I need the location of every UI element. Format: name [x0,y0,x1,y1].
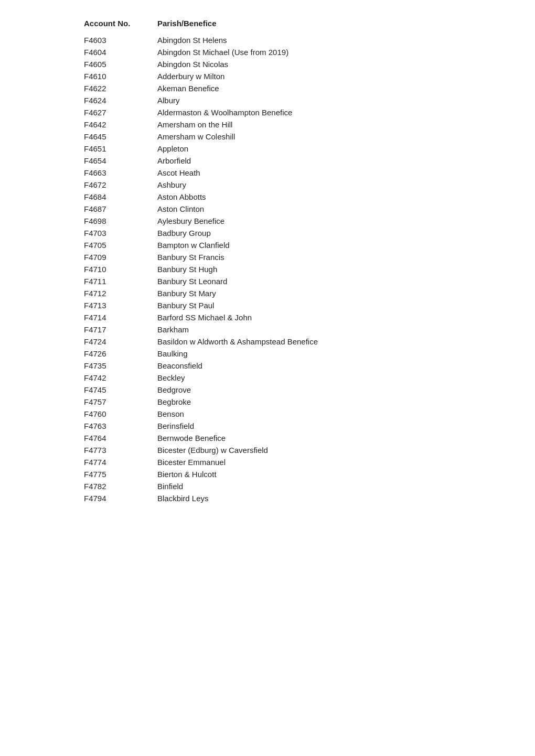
account-number: F4604 [84,48,157,57]
parish-name: Berinsfield [157,422,451,430]
table-row: F4687Aston Clinton [84,203,451,215]
parish-name: Basildon w Aldworth & Ashampstead Benefi… [157,337,451,346]
table-row: F4663Ascot Heath [84,167,451,179]
table-row: F4774Bicester Emmanuel [84,456,451,468]
table-row: F4773Bicester (Edburg) w Caversfield [84,444,451,456]
parish-name: Abingdon St Nicolas [157,60,451,69]
account-number: F4763 [84,422,157,430]
table-row: F4624Albury [84,94,451,106]
table-row: F4757Begbroke [84,396,451,408]
parish-name: Aylesbury Benefice [157,217,451,225]
account-number: F4627 [84,108,157,117]
parish-column-header: Parish/Benefice [157,19,451,28]
account-number: F4651 [84,144,157,153]
account-number: F4714 [84,313,157,322]
parish-name: Aston Clinton [157,204,451,213]
table-row: F4726Baulking [84,348,451,360]
table-row: F4709Banbury St Francis [84,251,451,263]
account-number: F4773 [84,446,157,455]
account-number: F4794 [84,494,157,503]
table-row: F4735Beaconsfield [84,360,451,372]
account-number: F4711 [84,277,157,286]
table-row: F4711Banbury St Leonard [84,275,451,287]
account-number: F4774 [84,458,157,467]
table-row: F4645Amersham w Coleshill [84,131,451,143]
parish-name: Banbury St Mary [157,289,451,298]
table-row: F4604Abingdon St Michael (Use from 2019) [84,46,451,58]
table-row: F4705Bampton w Clanfield [84,239,451,251]
account-number: F4705 [84,241,157,250]
account-number: F4757 [84,397,157,406]
table-row: F4622Akeman Benefice [84,82,451,94]
parish-name: Bicester Emmanuel [157,458,451,467]
table-row: F4782Binfield [84,480,451,492]
table-row: F4713Banbury St Paul [84,299,451,311]
account-number: F4672 [84,180,157,189]
account-number: F4663 [84,168,157,177]
parish-name: Banbury St Hugh [157,265,451,274]
parish-name: Abingdon St Michael (Use from 2019) [157,48,451,57]
account-number: F4735 [84,361,157,370]
parish-name: Albury [157,96,451,105]
table-row: F4603Abingdon St Helens [84,34,451,46]
table-row: F4642Amersham on the Hill [84,118,451,131]
table-row: F4745Bedgrove [84,384,451,396]
table-row: F4703Badbury Group [84,227,451,239]
account-number: F4684 [84,192,157,201]
account-number: F4709 [84,253,157,262]
table-row: F4764Bernwode Benefice [84,432,451,444]
account-number: F4703 [84,229,157,237]
account-number: F4710 [84,265,157,274]
account-number: F4742 [84,373,157,382]
parish-name: Bierton & Hulcott [157,470,451,479]
parish-name: Barford SS Michael & John [157,313,451,322]
parish-name: Banbury St Francis [157,253,451,262]
account-number: F4775 [84,470,157,479]
parish-name: Badbury Group [157,229,451,237]
parish-name: Amersham on the Hill [157,120,451,129]
parish-name: Akeman Benefice [157,84,451,93]
parish-name: Beaconsfield [157,361,451,370]
table-row: F4712Banbury St Mary [84,287,451,299]
parish-name: Aldermaston & Woolhampton Benefice [157,108,451,117]
parish-name: Blackbird Leys [157,494,451,503]
parish-name: Banbury St Leonard [157,277,451,286]
table-row: F4775Bierton & Hulcott [84,468,451,480]
parish-name: Barkham [157,325,451,334]
account-number: F4642 [84,120,157,129]
parish-name: Begbroke [157,397,451,406]
parish-name: Benson [157,409,451,418]
account-number: F4603 [84,36,157,45]
account-number: F4654 [84,156,157,165]
account-number: F4745 [84,385,157,394]
table-row: F4651Appleton [84,143,451,155]
table-row: F4672Ashbury [84,179,451,191]
account-number: F4726 [84,349,157,358]
account-column-header: Account No. [84,19,157,28]
table-row: F4698Aylesbury Benefice [84,215,451,227]
table-header: Account No. Parish/Benefice [84,16,451,32]
table-row: F4763Berinsfield [84,420,451,432]
parish-name: Beckley [157,373,451,382]
parish-name: Bicester (Edburg) w Caversfield [157,446,451,455]
parish-name: Appleton [157,144,451,153]
account-number: F4760 [84,409,157,418]
account-number: F4622 [84,84,157,93]
account-number: F4713 [84,301,157,310]
account-number: F4782 [84,482,157,491]
account-number: F4610 [84,72,157,81]
table-row: F4627Aldermaston & Woolhampton Benefice [84,106,451,118]
parish-name: Ascot Heath [157,168,451,177]
account-number: F4724 [84,337,157,346]
parish-name: Bernwode Benefice [157,434,451,442]
parish-name: Bedgrove [157,385,451,394]
parish-name: Amersham w Coleshill [157,132,451,141]
account-number: F4698 [84,217,157,225]
parish-name: Aston Abbotts [157,192,451,201]
parish-name: Bampton w Clanfield [157,241,451,250]
parish-name: Baulking [157,349,451,358]
table-row: F4610Adderbury w Milton [84,70,451,82]
table-row: F4714Barford SS Michael & John [84,311,451,323]
parish-name: Banbury St Paul [157,301,451,310]
table-row: F4684Aston Abbotts [84,191,451,203]
